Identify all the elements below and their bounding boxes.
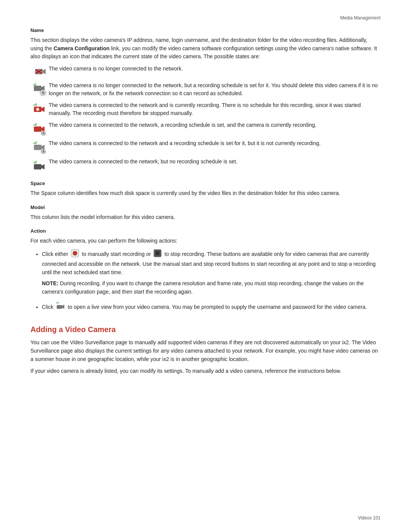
svg-rect-40 — [34, 164, 41, 169]
state-text-disconnected-scheduled: The video camera is no longer connected … — [49, 81, 381, 97]
state-text-disconnected: The video camera is no longer connected … — [49, 65, 381, 73]
svg-point-18 — [36, 108, 39, 111]
svg-point-43 — [73, 251, 77, 256]
state-row-disconnected: The video camera is no longer connected … — [30, 65, 381, 78]
cam-recording-manual-icon — [30, 102, 49, 116]
live-view-icon — [56, 302, 65, 313]
state-text-scheduled-not-recording: The video camera is connected to the net… — [49, 139, 381, 147]
state-row-disconnected-scheduled: The video camera is no longer connected … — [30, 81, 381, 97]
svg-rect-29 — [35, 142, 35, 144]
svg-rect-22 — [34, 126, 41, 132]
svg-rect-50 — [58, 302, 59, 304]
state-row-recording-scheduled: The video camera is connected to the net… — [30, 121, 381, 136]
state-row-recording-manual: The video camera is connected to the net… — [30, 101, 381, 117]
svg-rect-11 — [35, 83, 35, 86]
adding-para-2: If your video camera is already listed, … — [30, 367, 381, 375]
state-row-scheduled-not-recording: The video camera is connected to the net… — [30, 139, 381, 154]
svg-rect-48 — [56, 302, 57, 304]
cam-scheduled-not-recording-icon — [30, 140, 49, 154]
model-section-label: Model — [30, 204, 381, 210]
svg-marker-17 — [41, 107, 45, 112]
page-footer: Videos 101 — [358, 515, 381, 521]
adding-section-heading: Adding a Video Camera — [30, 325, 381, 334]
svg-rect-30 — [36, 141, 37, 144]
camera-config-link: Camera Configuration — [54, 45, 110, 51]
action-bullet-2: Click to open a live view from your vide… — [42, 302, 381, 313]
svg-marker-41 — [41, 164, 45, 169]
action-intro-text: For each video camera, you can perform t… — [30, 237, 381, 245]
svg-rect-46 — [57, 305, 62, 309]
model-section-text: This column lists the model information … — [30, 213, 381, 222]
action-bullet-2-content: Click to open a live view from your vide… — [42, 302, 381, 313]
name-intro-text: This section displays the video camera's… — [30, 36, 381, 61]
svg-rect-14 — [35, 104, 35, 106]
action-bullet-list: Click either to manually start recording… — [42, 249, 381, 313]
page-header: Media Management — [30, 15, 381, 21]
svg-rect-10 — [33, 84, 34, 86]
svg-rect-28 — [33, 143, 34, 144]
svg-rect-21 — [36, 123, 37, 126]
svg-rect-45 — [156, 251, 159, 255]
action-bullet-1-content: Click either to manually start recording… — [42, 249, 381, 296]
state-text-connected-no-schedule: The video camera is connected to the net… — [49, 158, 381, 166]
action-note: NOTE: During recording, if you want to c… — [42, 280, 381, 296]
svg-rect-19 — [33, 125, 34, 126]
cam-connected-no-schedule-icon — [30, 158, 49, 172]
svg-rect-13 — [33, 105, 34, 106]
cam-disconnected-icon — [30, 66, 49, 78]
record-stop-icon — [153, 249, 162, 260]
adding-para-1: You can use the Video Surveillance page … — [30, 339, 381, 363]
action-bullet-1: Click either to manually start recording… — [42, 249, 381, 296]
svg-rect-12 — [36, 83, 37, 86]
svg-rect-49 — [57, 302, 58, 304]
svg-rect-20 — [35, 124, 35, 126]
state-text-recording-manual: The video camera is connected to the net… — [49, 101, 381, 117]
svg-rect-4 — [34, 86, 41, 91]
space-section-label: Space — [30, 181, 381, 186]
action-section-label: Action — [30, 228, 381, 234]
svg-rect-38 — [35, 161, 35, 163]
state-row-connected-no-schedule: The video camera is connected to the net… — [30, 158, 381, 172]
svg-rect-15 — [36, 103, 37, 106]
record-start-icon — [71, 249, 79, 260]
svg-rect-37 — [33, 162, 34, 163]
space-section-text: The Space column identifies how much dis… — [30, 189, 381, 198]
cam-disconnected-scheduled-icon — [30, 82, 49, 96]
name-section-label: Name — [30, 27, 381, 33]
svg-marker-1 — [43, 69, 46, 74]
svg-rect-39 — [36, 161, 37, 163]
cam-recording-scheduled-icon — [30, 122, 49, 136]
svg-rect-31 — [34, 145, 41, 150]
state-text-recording-scheduled: The video camera is connected to the net… — [49, 121, 381, 129]
svg-marker-47 — [62, 305, 64, 309]
